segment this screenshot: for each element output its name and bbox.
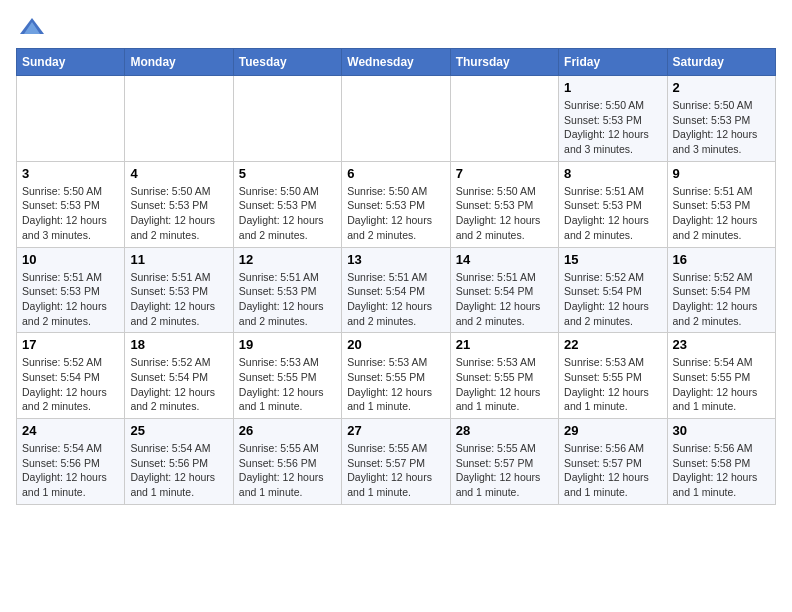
day-number: 12 (239, 252, 336, 267)
calendar-cell: 16Sunrise: 5:52 AM Sunset: 5:54 PM Dayli… (667, 247, 775, 333)
calendar-cell: 21Sunrise: 5:53 AM Sunset: 5:55 PM Dayli… (450, 333, 558, 419)
weekday-header-monday: Monday (125, 49, 233, 76)
day-number: 18 (130, 337, 227, 352)
day-info: Sunrise: 5:54 AM Sunset: 5:55 PM Dayligh… (673, 355, 770, 414)
day-info: Sunrise: 5:52 AM Sunset: 5:54 PM Dayligh… (673, 270, 770, 329)
day-number: 10 (22, 252, 119, 267)
day-number: 14 (456, 252, 553, 267)
day-number: 19 (239, 337, 336, 352)
day-number: 21 (456, 337, 553, 352)
calendar-cell: 9Sunrise: 5:51 AM Sunset: 5:53 PM Daylig… (667, 161, 775, 247)
calendar-cell (233, 76, 341, 162)
day-number: 4 (130, 166, 227, 181)
calendar-cell (450, 76, 558, 162)
day-number: 28 (456, 423, 553, 438)
day-info: Sunrise: 5:55 AM Sunset: 5:57 PM Dayligh… (347, 441, 444, 500)
calendar-week-row: 10Sunrise: 5:51 AM Sunset: 5:53 PM Dayli… (17, 247, 776, 333)
day-info: Sunrise: 5:51 AM Sunset: 5:53 PM Dayligh… (564, 184, 661, 243)
day-number: 5 (239, 166, 336, 181)
day-number: 17 (22, 337, 119, 352)
calendar-cell: 2Sunrise: 5:50 AM Sunset: 5:53 PM Daylig… (667, 76, 775, 162)
weekday-header-wednesday: Wednesday (342, 49, 450, 76)
calendar-cell: 13Sunrise: 5:51 AM Sunset: 5:54 PM Dayli… (342, 247, 450, 333)
day-number: 13 (347, 252, 444, 267)
day-number: 24 (22, 423, 119, 438)
day-info: Sunrise: 5:50 AM Sunset: 5:53 PM Dayligh… (456, 184, 553, 243)
calendar-week-row: 3Sunrise: 5:50 AM Sunset: 5:53 PM Daylig… (17, 161, 776, 247)
calendar-cell: 4Sunrise: 5:50 AM Sunset: 5:53 PM Daylig… (125, 161, 233, 247)
calendar-cell (125, 76, 233, 162)
header (16, 16, 776, 36)
calendar-week-row: 1Sunrise: 5:50 AM Sunset: 5:53 PM Daylig… (17, 76, 776, 162)
day-number: 27 (347, 423, 444, 438)
day-info: Sunrise: 5:53 AM Sunset: 5:55 PM Dayligh… (564, 355, 661, 414)
calendar-cell: 25Sunrise: 5:54 AM Sunset: 5:56 PM Dayli… (125, 419, 233, 505)
day-number: 29 (564, 423, 661, 438)
calendar-cell: 1Sunrise: 5:50 AM Sunset: 5:53 PM Daylig… (559, 76, 667, 162)
calendar-cell: 12Sunrise: 5:51 AM Sunset: 5:53 PM Dayli… (233, 247, 341, 333)
calendar-cell: 28Sunrise: 5:55 AM Sunset: 5:57 PM Dayli… (450, 419, 558, 505)
calendar-cell: 30Sunrise: 5:56 AM Sunset: 5:58 PM Dayli… (667, 419, 775, 505)
calendar-cell: 20Sunrise: 5:53 AM Sunset: 5:55 PM Dayli… (342, 333, 450, 419)
calendar-cell (342, 76, 450, 162)
day-number: 2 (673, 80, 770, 95)
calendar-cell: 8Sunrise: 5:51 AM Sunset: 5:53 PM Daylig… (559, 161, 667, 247)
day-info: Sunrise: 5:50 AM Sunset: 5:53 PM Dayligh… (564, 98, 661, 157)
day-number: 25 (130, 423, 227, 438)
day-info: Sunrise: 5:51 AM Sunset: 5:53 PM Dayligh… (239, 270, 336, 329)
day-number: 16 (673, 252, 770, 267)
day-info: Sunrise: 5:51 AM Sunset: 5:53 PM Dayligh… (673, 184, 770, 243)
calendar-cell: 3Sunrise: 5:50 AM Sunset: 5:53 PM Daylig… (17, 161, 125, 247)
day-info: Sunrise: 5:51 AM Sunset: 5:54 PM Dayligh… (456, 270, 553, 329)
day-info: Sunrise: 5:51 AM Sunset: 5:53 PM Dayligh… (130, 270, 227, 329)
calendar-week-row: 17Sunrise: 5:52 AM Sunset: 5:54 PM Dayli… (17, 333, 776, 419)
calendar-cell: 27Sunrise: 5:55 AM Sunset: 5:57 PM Dayli… (342, 419, 450, 505)
calendar-cell: 10Sunrise: 5:51 AM Sunset: 5:53 PM Dayli… (17, 247, 125, 333)
calendar-cell: 29Sunrise: 5:56 AM Sunset: 5:57 PM Dayli… (559, 419, 667, 505)
day-info: Sunrise: 5:51 AM Sunset: 5:54 PM Dayligh… (347, 270, 444, 329)
day-number: 23 (673, 337, 770, 352)
day-number: 15 (564, 252, 661, 267)
day-info: Sunrise: 5:50 AM Sunset: 5:53 PM Dayligh… (239, 184, 336, 243)
day-number: 3 (22, 166, 119, 181)
calendar-cell: 26Sunrise: 5:55 AM Sunset: 5:56 PM Dayli… (233, 419, 341, 505)
day-info: Sunrise: 5:54 AM Sunset: 5:56 PM Dayligh… (130, 441, 227, 500)
calendar-cell: 14Sunrise: 5:51 AM Sunset: 5:54 PM Dayli… (450, 247, 558, 333)
day-info: Sunrise: 5:52 AM Sunset: 5:54 PM Dayligh… (564, 270, 661, 329)
day-info: Sunrise: 5:50 AM Sunset: 5:53 PM Dayligh… (130, 184, 227, 243)
calendar-cell: 15Sunrise: 5:52 AM Sunset: 5:54 PM Dayli… (559, 247, 667, 333)
day-info: Sunrise: 5:53 AM Sunset: 5:55 PM Dayligh… (239, 355, 336, 414)
logo (16, 16, 46, 36)
day-number: 6 (347, 166, 444, 181)
calendar-cell: 19Sunrise: 5:53 AM Sunset: 5:55 PM Dayli… (233, 333, 341, 419)
day-info: Sunrise: 5:56 AM Sunset: 5:57 PM Dayligh… (564, 441, 661, 500)
weekday-header-saturday: Saturday (667, 49, 775, 76)
day-info: Sunrise: 5:52 AM Sunset: 5:54 PM Dayligh… (130, 355, 227, 414)
calendar-cell: 22Sunrise: 5:53 AM Sunset: 5:55 PM Dayli… (559, 333, 667, 419)
day-info: Sunrise: 5:54 AM Sunset: 5:56 PM Dayligh… (22, 441, 119, 500)
weekday-header-tuesday: Tuesday (233, 49, 341, 76)
day-info: Sunrise: 5:52 AM Sunset: 5:54 PM Dayligh… (22, 355, 119, 414)
day-info: Sunrise: 5:53 AM Sunset: 5:55 PM Dayligh… (347, 355, 444, 414)
day-number: 22 (564, 337, 661, 352)
logo-icon (18, 16, 46, 36)
day-info: Sunrise: 5:55 AM Sunset: 5:56 PM Dayligh… (239, 441, 336, 500)
day-number: 26 (239, 423, 336, 438)
day-info: Sunrise: 5:50 AM Sunset: 5:53 PM Dayligh… (22, 184, 119, 243)
calendar-cell: 11Sunrise: 5:51 AM Sunset: 5:53 PM Dayli… (125, 247, 233, 333)
day-info: Sunrise: 5:56 AM Sunset: 5:58 PM Dayligh… (673, 441, 770, 500)
calendar-table: SundayMondayTuesdayWednesdayThursdayFrid… (16, 48, 776, 505)
day-number: 7 (456, 166, 553, 181)
weekday-header-friday: Friday (559, 49, 667, 76)
weekday-header-row: SundayMondayTuesdayWednesdayThursdayFrid… (17, 49, 776, 76)
day-info: Sunrise: 5:51 AM Sunset: 5:53 PM Dayligh… (22, 270, 119, 329)
day-info: Sunrise: 5:55 AM Sunset: 5:57 PM Dayligh… (456, 441, 553, 500)
calendar-cell: 17Sunrise: 5:52 AM Sunset: 5:54 PM Dayli… (17, 333, 125, 419)
calendar-cell: 5Sunrise: 5:50 AM Sunset: 5:53 PM Daylig… (233, 161, 341, 247)
calendar-cell: 6Sunrise: 5:50 AM Sunset: 5:53 PM Daylig… (342, 161, 450, 247)
day-number: 8 (564, 166, 661, 181)
day-info: Sunrise: 5:50 AM Sunset: 5:53 PM Dayligh… (673, 98, 770, 157)
calendar-cell (17, 76, 125, 162)
day-number: 1 (564, 80, 661, 95)
weekday-header-sunday: Sunday (17, 49, 125, 76)
